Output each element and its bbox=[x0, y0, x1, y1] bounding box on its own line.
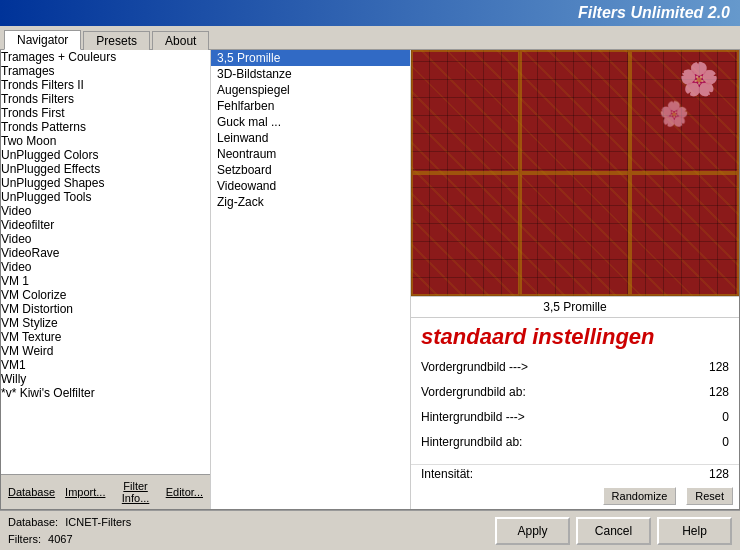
intensity-section: Intensität: 128 bbox=[411, 464, 739, 485]
app-window: Filters Unlimited 2.0 Navigator Presets … bbox=[0, 0, 740, 550]
footer-filters-value: 4067 bbox=[48, 533, 72, 545]
param-name: Vordergrundbild ---> bbox=[421, 360, 699, 374]
heading-text: standaard instellingen bbox=[411, 318, 739, 352]
editor-button[interactable]: Editor... bbox=[162, 478, 207, 506]
subfilter-list-item[interactable]: 3,5 Promille bbox=[211, 50, 410, 66]
param-row: Hintergrundbild --->0 bbox=[421, 406, 729, 428]
category-list-item[interactable]: Tramages + Couleurs bbox=[1, 50, 210, 64]
param-row: Vordergrundbild --->128 bbox=[421, 356, 729, 378]
category-list-item[interactable]: Tronds Filters bbox=[1, 92, 210, 106]
category-list-item[interactable]: VM1 bbox=[1, 358, 210, 372]
category-list-item[interactable]: VM Weird bbox=[1, 344, 210, 358]
category-list-item[interactable]: Willy bbox=[1, 372, 210, 386]
apply-button[interactable]: Apply bbox=[495, 517, 570, 545]
tabs-row: Navigator Presets About bbox=[0, 26, 740, 50]
category-list-item[interactable]: Tronds Filters II bbox=[1, 78, 210, 92]
randomize-button[interactable]: Randomize bbox=[603, 487, 677, 505]
category-list-item[interactable]: UnPlugged Tools bbox=[1, 190, 210, 204]
category-list-item[interactable]: UnPlugged Colors bbox=[1, 148, 210, 162]
footer: Database: ICNET-Filters Filters: 4067 Ap… bbox=[0, 510, 740, 550]
param-name: Hintergrundbild ---> bbox=[421, 410, 699, 424]
category-list-item[interactable]: *v* Kiwi's Oelfilter bbox=[1, 386, 210, 400]
preview-panel: 🌸 🌸 3,5 Promille standaard inst bbox=[411, 50, 739, 509]
subfilter-list-item[interactable]: Guck mal ... bbox=[211, 114, 410, 130]
intensity-label: Intensität: bbox=[421, 467, 473, 481]
app-title: Filters Unlimited 2.0 bbox=[578, 4, 730, 21]
subfilter-list-item[interactable]: 3D-Bildstanze bbox=[211, 66, 410, 82]
intensity-value: 128 bbox=[709, 467, 729, 481]
cancel-button[interactable]: Cancel bbox=[576, 517, 651, 545]
subfilter-list-item[interactable]: Neontraum bbox=[211, 146, 410, 162]
footer-filters-row: Filters: 4067 bbox=[8, 531, 495, 548]
footer-db-row: Database: ICNET-Filters bbox=[8, 514, 495, 531]
subfilter-list-item[interactable]: Augenspiegel bbox=[211, 82, 410, 98]
category-list-item[interactable]: Video bbox=[1, 260, 210, 274]
category-list-item[interactable]: Video bbox=[1, 204, 210, 218]
param-value: 0 bbox=[699, 410, 729, 424]
param-value: 128 bbox=[699, 360, 729, 374]
database-button[interactable]: Database bbox=[4, 478, 59, 506]
help-button[interactable]: Help bbox=[657, 517, 732, 545]
category-list-item[interactable]: Tramages bbox=[1, 64, 210, 78]
import-button[interactable]: Import... bbox=[61, 478, 109, 506]
grid-overlay bbox=[411, 50, 739, 296]
category-list-item[interactable]: VideoRave bbox=[1, 246, 210, 260]
param-row: Vordergrundbild ab:128 bbox=[421, 381, 729, 403]
category-list-item[interactable]: Two Moon bbox=[1, 134, 210, 148]
filter-info-button[interactable]: Filter Info... bbox=[111, 478, 159, 506]
randomize-reset-bar: Randomize Reset bbox=[411, 485, 739, 509]
footer-filters-label: Filters: bbox=[8, 533, 41, 545]
param-value: 0 bbox=[699, 435, 729, 449]
tab-about[interactable]: About bbox=[152, 31, 209, 50]
footer-info: Database: ICNET-Filters Filters: 4067 bbox=[8, 514, 495, 547]
tab-presets[interactable]: Presets bbox=[83, 31, 150, 50]
subfilter-list-item[interactable]: Videowand bbox=[211, 178, 410, 194]
param-name: Hintergrundbild ab: bbox=[421, 435, 699, 449]
category-list-item[interactable]: Tronds Patterns bbox=[1, 120, 210, 134]
tab-navigator[interactable]: Navigator bbox=[4, 30, 81, 50]
footer-db-value: ICNET-Filters bbox=[65, 516, 131, 528]
category-list-item[interactable]: VM 1 bbox=[1, 274, 210, 288]
subfilter-list-item[interactable]: Fehlfarben bbox=[211, 98, 410, 114]
param-name: Vordergrundbild ab: bbox=[421, 385, 699, 399]
category-list-item[interactable]: VM Stylize bbox=[1, 316, 210, 330]
tabs-section: Navigator Presets About Tramages + Coule… bbox=[0, 26, 740, 510]
category-list-item[interactable]: Videofilter bbox=[1, 218, 210, 232]
content-area: Tramages + CouleursTramagesTronds Filter… bbox=[0, 50, 740, 510]
params-area: Vordergrundbild --->128Vordergrundbild a… bbox=[411, 352, 739, 460]
category-list-item[interactable]: VM Colorize bbox=[1, 288, 210, 302]
category-list-item[interactable]: UnPlugged Shapes bbox=[1, 176, 210, 190]
reset-button[interactable]: Reset bbox=[686, 487, 733, 505]
category-list-item[interactable]: Video bbox=[1, 232, 210, 246]
category-list-item[interactable]: VM Texture bbox=[1, 330, 210, 344]
category-bottom-bar: Database Import... Filter Info... Editor… bbox=[1, 474, 210, 509]
title-bar: Filters Unlimited 2.0 bbox=[0, 0, 740, 26]
category-list-item[interactable]: VM Distortion bbox=[1, 302, 210, 316]
preview-label: 3,5 Promille bbox=[411, 296, 739, 318]
subfilter-list-item[interactable]: Zig-Zack bbox=[211, 194, 410, 210]
param-row: Hintergrundbild ab:0 bbox=[421, 431, 729, 453]
category-panel: Tramages + CouleursTramagesTronds Filter… bbox=[1, 50, 211, 509]
category-list-item[interactable]: Tronds First bbox=[1, 106, 210, 120]
category-list[interactable]: Tramages + CouleursTramagesTronds Filter… bbox=[1, 50, 210, 474]
subfilter-list-item[interactable]: Setzboard bbox=[211, 162, 410, 178]
preview-image: 🌸 🌸 bbox=[411, 50, 739, 296]
subfilter-panel[interactable]: 3,5 Promille3D-BildstanzeAugenspiegelFeh… bbox=[211, 50, 411, 509]
subfilter-list-item[interactable]: Leinwand bbox=[211, 130, 410, 146]
footer-db-label: Database: bbox=[8, 516, 58, 528]
category-list-item[interactable]: UnPlugged Effects bbox=[1, 162, 210, 176]
param-value: 128 bbox=[699, 385, 729, 399]
footer-buttons: Apply Cancel Help bbox=[495, 517, 732, 545]
